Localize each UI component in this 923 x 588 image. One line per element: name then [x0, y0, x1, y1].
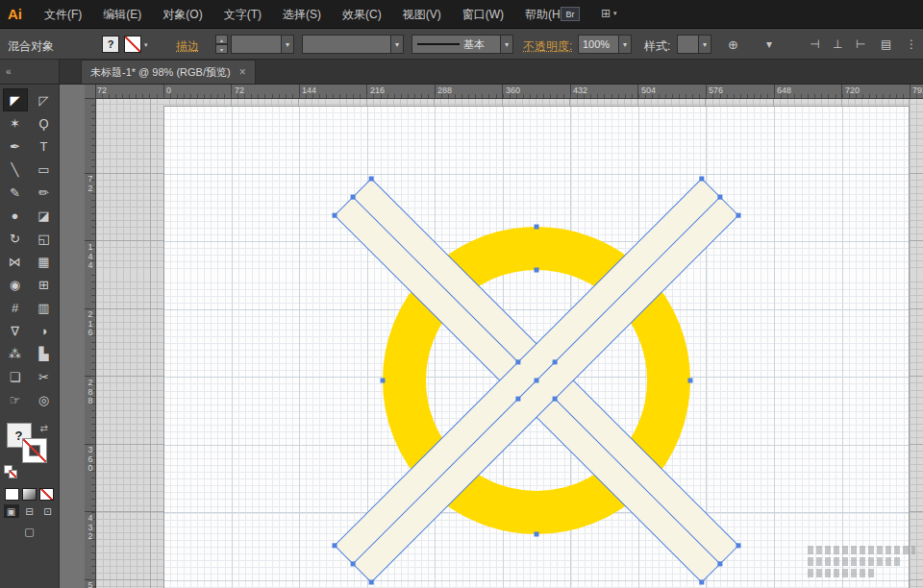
- default-stroke-icon[interactable]: [9, 470, 17, 478]
- scale-tool[interactable]: ◱: [32, 227, 57, 250]
- ruler-number: 72: [235, 86, 244, 95]
- stroke-swatch-none[interactable]: [22, 438, 47, 463]
- ruler-number: 288: [437, 86, 452, 95]
- overflow-menu-icon[interactable]: ⋮: [906, 37, 917, 51]
- menu-window[interactable]: 窗口(W): [452, 0, 514, 29]
- ruler-number: 360: [87, 446, 94, 474]
- document-tab[interactable]: 未标题-1* @ 98% (RGB/预览) ×: [81, 60, 256, 84]
- artboard-tool[interactable]: ❏: [3, 365, 28, 388]
- tools-panel: ◤ ◸ ✶ Ϙ ✒ T ╲ ▭ ✎ ✏ ● ◪ ↻ ◱ ⋈ ▦ ◉ ⊞ # ▥ …: [0, 85, 60, 588]
- chevron-down-icon[interactable]: ▾: [618, 36, 631, 53]
- direct-selection-tool[interactable]: ◸: [32, 88, 57, 111]
- ruler-number: 360: [506, 86, 520, 95]
- workspace-grid-icon: ⊞: [601, 7, 611, 20]
- chevron-down-icon: ▾: [613, 10, 617, 17]
- menu-view[interactable]: 视图(V): [392, 0, 452, 29]
- ruler-corner: [85, 85, 96, 99]
- menu-effect[interactable]: 效果(C): [332, 0, 392, 29]
- ruler-number: 144: [87, 243, 94, 271]
- zoom-tool[interactable]: ◎: [32, 388, 57, 411]
- screen-mode-icon[interactable]: ▢: [15, 524, 44, 539]
- menu-object[interactable]: 对象(O): [152, 0, 212, 29]
- tools-panel-header[interactable]: «: [0, 60, 60, 84]
- shape-builder-tool[interactable]: ◉: [3, 273, 28, 296]
- graphic-style-dropdown[interactable]: ▾: [677, 35, 711, 54]
- perspective-grid-tool[interactable]: ⊞: [32, 273, 57, 296]
- rectangle-tool[interactable]: ▭: [32, 158, 57, 181]
- selection-tool[interactable]: ◤: [3, 88, 28, 111]
- menu-file[interactable]: 文件(F): [34, 0, 92, 29]
- pen-tool[interactable]: ✒: [3, 135, 28, 158]
- illustrator-window: Ai 文件(F) 编辑(E) 对象(O) 文字(T) 选择(S) 效果(C) 视…: [0, 0, 923, 588]
- draw-inside-icon[interactable]: ⊡: [40, 504, 56, 518]
- stepper-down-icon[interactable]: ▾: [215, 44, 228, 54]
- column-graph-tool[interactable]: ▙: [32, 342, 57, 365]
- chevron-down-icon[interactable]: ▾: [500, 36, 512, 53]
- document-tab-title: 未标题-1* @ 98% (RGB/预览): [90, 65, 231, 80]
- gradient-button[interactable]: [22, 488, 37, 501]
- ruler-number: 576: [709, 86, 723, 95]
- draw-normal-icon[interactable]: ▣: [4, 504, 19, 518]
- canvas[interactable]: [96, 99, 923, 588]
- chevron-down-icon[interactable]: ▾: [698, 36, 711, 53]
- color-button[interactable]: [5, 488, 19, 501]
- collapse-panel-icon[interactable]: «: [6, 66, 12, 77]
- blob-brush-tool[interactable]: ●: [3, 204, 28, 227]
- width-tool[interactable]: ⋈: [3, 250, 28, 273]
- fill-color-swatch[interactable]: ?: [102, 36, 119, 53]
- menu-type[interactable]: 文字(T): [213, 0, 272, 29]
- context-label: 混合对象: [8, 38, 54, 55]
- swap-fill-stroke-icon[interactable]: ⇄: [40, 423, 48, 433]
- close-icon[interactable]: ×: [239, 65, 246, 79]
- stepper-up-icon[interactable]: ▴: [215, 35, 228, 44]
- bridge-icon[interactable]: Br: [561, 7, 580, 21]
- menu-select[interactable]: 选择(S): [272, 0, 332, 29]
- stroke-color-swatch[interactable]: [124, 36, 141, 53]
- blend-tool[interactable]: ◑: [32, 319, 57, 342]
- ruler-number: 216: [87, 310, 94, 338]
- chevron-down-icon[interactable]: ▾: [281, 36, 293, 53]
- slice-tool[interactable]: ✂: [32, 365, 57, 388]
- magic-wand-tool[interactable]: ✶: [3, 111, 28, 135]
- draw-behind-icon[interactable]: ⊟: [22, 504, 37, 518]
- workspace-switcher-icon[interactable]: ⊞ ▾: [601, 7, 617, 20]
- opacity-value: 100%: [579, 38, 618, 50]
- style-label: 样式:: [644, 38, 670, 55]
- vertical-ruler[interactable]: 72 144 216 288 360 432 504: [85, 99, 96, 588]
- type-tool[interactable]: T: [32, 135, 57, 158]
- ruler-number: 288: [87, 379, 94, 406]
- ruler-number: 0: [166, 86, 171, 95]
- line-segment-tool[interactable]: ╲: [3, 158, 28, 181]
- ruler-number: 216: [370, 86, 385, 95]
- rotate-tool[interactable]: ↻: [3, 227, 28, 250]
- stroke-panel-link[interactable]: 描边: [176, 38, 199, 55]
- variable-width-dropdown[interactable]: ▾: [302, 35, 404, 54]
- align-left-icon[interactable]: ⊣: [810, 37, 819, 51]
- hand-tool[interactable]: ☞: [3, 388, 28, 411]
- gradient-tool[interactable]: ▥: [32, 296, 57, 319]
- eraser-tool[interactable]: ◪: [32, 204, 57, 227]
- fill-stroke-indicator: ? ⇄: [0, 421, 60, 484]
- paintbrush-tool[interactable]: ✎: [3, 181, 28, 204]
- horizontal-ruler[interactable]: 72 0 72 144 216 288 360 432 504 576 648 …: [96, 85, 923, 99]
- stroke-weight-dropdown[interactable]: ▾: [231, 35, 294, 54]
- menu-bar: Ai 文件(F) 编辑(E) 对象(O) 文字(T) 选择(S) 效果(C) 视…: [0, 0, 923, 29]
- menu-edit[interactable]: 编辑(E): [92, 0, 152, 29]
- brush-definition-dropdown[interactable]: 基本 ▾: [412, 35, 513, 54]
- none-button[interactable]: [39, 488, 54, 501]
- pencil-tool[interactable]: ✏: [32, 181, 57, 204]
- select-similar-icon[interactable]: ▾: [766, 37, 772, 51]
- opacity-dropdown[interactable]: 100% ▾: [578, 35, 632, 54]
- stroke-weight-stepper[interactable]: ▴ ▾: [215, 35, 228, 54]
- chevron-down-icon[interactable]: ▾: [390, 36, 403, 53]
- symbol-sprayer-tool[interactable]: ⁂: [3, 342, 28, 365]
- opacity-panel-link[interactable]: 不透明度:: [523, 38, 572, 55]
- free-transform-tool[interactable]: ▦: [32, 250, 57, 273]
- align-right-icon[interactable]: ⊢: [856, 37, 865, 51]
- align-center-icon[interactable]: ⊥: [833, 37, 842, 51]
- eyedropper-tool[interactable]: ∇: [3, 319, 28, 342]
- lasso-tool[interactable]: Ϙ: [32, 111, 57, 135]
- mesh-tool[interactable]: #: [3, 296, 28, 319]
- panel-menu-icon[interactable]: ▤: [881, 37, 891, 51]
- recolor-artwork-icon[interactable]: ⊕: [728, 37, 738, 52]
